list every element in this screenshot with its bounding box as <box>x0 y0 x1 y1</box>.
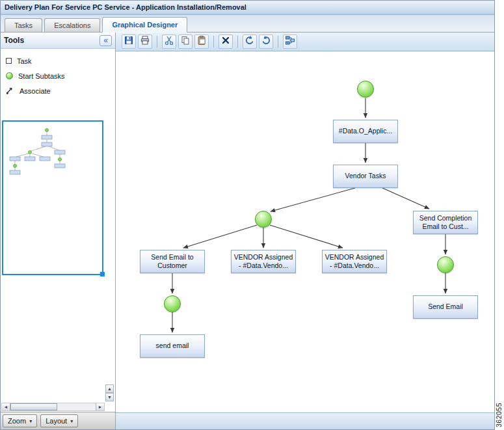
delete-icon <box>220 35 231 48</box>
cut-button[interactable] <box>162 34 176 49</box>
tool-start-subtasks[interactable]: Start Subtasks <box>6 68 115 83</box>
minimap[interactable] <box>2 120 103 275</box>
flow-start-circle[interactable] <box>357 81 374 98</box>
undo-button[interactable] <box>243 34 257 49</box>
scroll-right-button[interactable]: ► <box>96 403 104 410</box>
toolbar-separator <box>157 36 157 47</box>
flow-subtasks-circle[interactable] <box>437 256 454 273</box>
tool-label: Task <box>17 57 32 65</box>
auto-layout-icon <box>285 35 295 48</box>
window-title: Delivery Plan For Service PC Service - A… <box>5 3 246 11</box>
canvas-column: #Data.O_Applic... Vendor Tasks Send Comp… <box>116 33 494 429</box>
flow-node-vendor-assigned-1[interactable]: VENDOR Assigned - #Data.Vendo... <box>231 250 296 273</box>
panel-bottom-bar: Zoom ▾ Layout ▾ <box>1 412 115 429</box>
tab-label: Escalations <box>54 21 90 29</box>
copy-icon <box>180 35 191 48</box>
paste-icon <box>196 35 207 48</box>
node-label: #Data.O_Applic... <box>339 127 392 135</box>
save-icon <box>124 35 134 48</box>
delivery-plan-window: Delivery Plan For Service PC Service - A… <box>0 0 495 430</box>
tab-graphical-designer[interactable]: Graphical Designer <box>102 17 187 33</box>
flow-node-send-email-right[interactable]: Send Email <box>413 295 478 319</box>
tools-panel-title: Tools <box>4 36 24 45</box>
collapse-icon: « <box>103 36 108 45</box>
toolbar-separator <box>278 36 278 47</box>
scrollbar-thumb[interactable] <box>10 403 57 410</box>
print-icon <box>140 35 150 48</box>
layout-button[interactable]: Layout ▾ <box>40 414 78 427</box>
redo-button[interactable] <box>259 34 273 49</box>
scroll-left-icon: ◄ <box>4 405 8 409</box>
design-canvas[interactable]: #Data.O_Applic... Vendor Tasks Send Comp… <box>116 51 494 412</box>
node-label: Send Email <box>428 302 463 311</box>
node-label: send email <box>156 342 189 350</box>
zoom-button-label: Zoom <box>8 417 26 425</box>
save-button[interactable] <box>122 34 136 49</box>
start-subtasks-icon <box>6 72 13 79</box>
scroll-up-button[interactable]: ▲ <box>105 384 114 393</box>
figure-number: 362055 <box>495 403 504 427</box>
tools-vertical-scrollbar[interactable]: ▲ ▼ <box>105 384 114 401</box>
tab-label: Graphical Designer <box>112 21 178 29</box>
tools-horizontal-scrollbar[interactable]: ◄ ► <box>1 403 105 411</box>
main-area: Tools « Task Start Subtasks <box>1 33 494 429</box>
paste-button[interactable] <box>194 34 209 49</box>
flow-node-vendor-tasks[interactable]: Vendor Tasks <box>333 165 398 188</box>
scroll-up-icon: ▲ <box>107 386 112 391</box>
flow-node-data-application[interactable]: #Data.O_Applic... <box>333 120 398 143</box>
tool-task[interactable]: Task <box>6 53 115 68</box>
tab-label: Tasks <box>14 21 33 29</box>
node-label: Send Completion Email to Cust... <box>416 214 475 231</box>
flow-subtasks-circle[interactable] <box>255 211 272 228</box>
scroll-down-button[interactable]: ▼ <box>105 393 114 401</box>
page: Delivery Plan For Service PC Service - A… <box>0 0 504 430</box>
delete-button[interactable] <box>219 34 233 49</box>
associate-icon <box>6 86 14 96</box>
tool-list: Task Start Subtasks <box>1 49 115 101</box>
layout-button-label: Layout <box>46 417 67 425</box>
minimap-resize-handle[interactable] <box>100 272 105 276</box>
collapse-panel-button[interactable]: « <box>99 35 112 46</box>
tab-bar: Tasks Escalations Graphical Designer <box>1 15 494 33</box>
chevron-down-icon: ▾ <box>29 418 32 424</box>
flow-node-send-completion-email[interactable]: Send Completion Email to Cust... <box>413 211 478 234</box>
tool-associate[interactable]: Associate <box>6 83 115 98</box>
flow-node-send-email-to-customer[interactable]: Send Email to Customer <box>140 250 205 273</box>
toolbar-separator <box>213 36 214 47</box>
scroll-right-icon: ► <box>98 405 103 409</box>
tool-label: Start Subtasks <box>18 72 65 80</box>
canvas-status-bar <box>116 412 494 429</box>
scroll-down-icon: ▼ <box>107 395 112 399</box>
flow-node-send-email-lower[interactable]: send email <box>140 334 205 358</box>
toolbar-separator <box>237 36 238 47</box>
copy-button[interactable] <box>178 34 192 49</box>
tool-label: Associate <box>20 87 51 95</box>
task-icon <box>6 58 12 64</box>
scrollbar-track[interactable] <box>10 403 96 410</box>
node-label: VENDOR Assigned - #Data.Vendo... <box>325 253 384 270</box>
tools-panel-header: Tools « <box>1 33 115 49</box>
chevron-down-icon: ▾ <box>70 418 73 424</box>
print-button[interactable] <box>138 34 152 49</box>
flow-node-vendor-assigned-2[interactable]: VENDOR Assigned - #Data.Vendo... <box>322 250 387 273</box>
window-titlebar: Delivery Plan For Service PC Service - A… <box>1 1 494 15</box>
cut-icon <box>164 35 174 48</box>
node-label: Send Email to Customer <box>142 253 202 270</box>
tab-tasks[interactable]: Tasks <box>5 18 42 32</box>
tab-escalations[interactable]: Escalations <box>44 18 100 32</box>
auto-layout-button[interactable] <box>283 34 297 49</box>
node-label: VENDOR Assigned - #Data.Vendo... <box>233 253 293 270</box>
scroll-left-button[interactable]: ◄ <box>2 403 10 410</box>
designer-toolbar <box>116 33 494 51</box>
minimap-preview <box>3 122 102 274</box>
node-label: Vendor Tasks <box>345 172 386 180</box>
flow-subtasks-circle[interactable] <box>164 295 181 312</box>
undo-icon <box>245 35 255 48</box>
tools-panel: Tools « Task Start Subtasks <box>1 33 116 429</box>
zoom-button[interactable]: Zoom ▾ <box>3 414 37 427</box>
redo-icon <box>261 35 271 48</box>
